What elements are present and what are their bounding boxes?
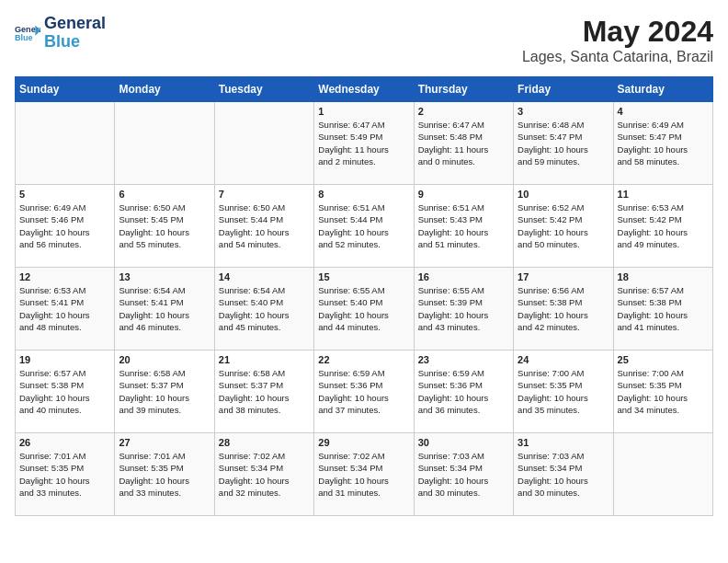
calendar-week-row: 12Sunrise: 6:53 AM Sunset: 5:41 PM Dayli… <box>16 268 713 350</box>
calendar-cell: 28Sunrise: 7:02 AM Sunset: 5:34 PM Dayli… <box>214 433 313 516</box>
day-info: Sunrise: 6:54 AM Sunset: 5:40 PM Dayligh… <box>219 284 310 333</box>
calendar-week-row: 5Sunrise: 6:49 AM Sunset: 5:46 PM Daylig… <box>16 185 713 268</box>
calendar-cell: 8Sunrise: 6:51 AM Sunset: 5:44 PM Daylig… <box>314 185 414 268</box>
weekday-header-row: SundayMondayTuesdayWednesdayThursdayFrid… <box>16 77 713 102</box>
day-number: 2 <box>418 106 509 117</box>
weekday-header-sunday: Sunday <box>16 77 115 102</box>
calendar-cell: 15Sunrise: 6:55 AM Sunset: 5:40 PM Dayli… <box>314 268 414 350</box>
calendar-cell: 20Sunrise: 6:58 AM Sunset: 5:37 PM Dayli… <box>115 350 214 433</box>
day-number: 16 <box>418 271 509 282</box>
logo-icon: General Blue <box>15 20 40 46</box>
day-number: 23 <box>418 354 509 365</box>
day-info: Sunrise: 6:47 AM Sunset: 5:48 PM Dayligh… <box>418 119 509 167</box>
day-number: 20 <box>119 354 210 365</box>
day-number: 31 <box>518 437 609 448</box>
day-number: 28 <box>219 437 310 448</box>
day-info: Sunrise: 6:50 AM Sunset: 5:44 PM Dayligh… <box>219 201 310 250</box>
calendar-table: SundayMondayTuesdayWednesdayThursdayFrid… <box>15 76 713 516</box>
day-info: Sunrise: 6:49 AM Sunset: 5:46 PM Dayligh… <box>19 201 110 250</box>
calendar-cell: 18Sunrise: 6:57 AM Sunset: 5:38 PM Dayli… <box>613 268 712 350</box>
title-block: May 2024 Lages, Santa Catarina, Brazil <box>522 15 713 65</box>
weekday-header-monday: Monday <box>115 77 214 102</box>
calendar-cell: 14Sunrise: 6:54 AM Sunset: 5:40 PM Dayli… <box>214 268 313 350</box>
calendar-cell: 2Sunrise: 6:47 AM Sunset: 5:48 PM Daylig… <box>414 102 513 185</box>
day-info: Sunrise: 6:57 AM Sunset: 5:38 PM Dayligh… <box>19 367 110 416</box>
day-info: Sunrise: 6:51 AM Sunset: 5:44 PM Dayligh… <box>318 201 409 250</box>
calendar-cell: 24Sunrise: 7:00 AM Sunset: 5:35 PM Dayli… <box>514 350 613 433</box>
calendar-cell: 1Sunrise: 6:47 AM Sunset: 5:49 PM Daylig… <box>314 102 414 185</box>
day-number: 7 <box>219 189 310 200</box>
day-number: 27 <box>119 437 210 448</box>
day-number: 1 <box>318 106 409 117</box>
day-info: Sunrise: 6:58 AM Sunset: 5:37 PM Dayligh… <box>119 367 210 416</box>
day-info: Sunrise: 6:59 AM Sunset: 5:36 PM Dayligh… <box>418 367 509 416</box>
calendar-cell: 31Sunrise: 7:03 AM Sunset: 5:34 PM Dayli… <box>514 433 613 516</box>
calendar-cell: 17Sunrise: 6:56 AM Sunset: 5:38 PM Dayli… <box>514 268 613 350</box>
day-info: Sunrise: 6:59 AM Sunset: 5:36 PM Dayligh… <box>318 367 409 416</box>
day-info: Sunrise: 7:03 AM Sunset: 5:34 PM Dayligh… <box>518 450 609 499</box>
day-info: Sunrise: 7:02 AM Sunset: 5:34 PM Dayligh… <box>318 450 409 499</box>
logo: General Blue General Blue <box>15 15 106 52</box>
day-info: Sunrise: 6:57 AM Sunset: 5:38 PM Dayligh… <box>618 284 709 333</box>
day-info: Sunrise: 6:52 AM Sunset: 5:42 PM Dayligh… <box>518 201 609 250</box>
day-number: 11 <box>618 189 709 200</box>
calendar-week-row: 26Sunrise: 7:01 AM Sunset: 5:35 PM Dayli… <box>16 433 713 516</box>
day-info: Sunrise: 6:56 AM Sunset: 5:38 PM Dayligh… <box>518 284 609 333</box>
day-info: Sunrise: 7:00 AM Sunset: 5:35 PM Dayligh… <box>518 367 609 416</box>
calendar-week-row: 1Sunrise: 6:47 AM Sunset: 5:49 PM Daylig… <box>16 102 713 185</box>
calendar-cell: 11Sunrise: 6:53 AM Sunset: 5:42 PM Dayli… <box>613 185 712 268</box>
day-info: Sunrise: 7:01 AM Sunset: 5:35 PM Dayligh… <box>19 450 110 499</box>
day-info: Sunrise: 6:54 AM Sunset: 5:41 PM Dayligh… <box>119 284 210 333</box>
calendar-cell: 12Sunrise: 6:53 AM Sunset: 5:41 PM Dayli… <box>16 268 115 350</box>
calendar-cell: 10Sunrise: 6:52 AM Sunset: 5:42 PM Dayli… <box>514 185 613 268</box>
weekday-header-wednesday: Wednesday <box>314 77 414 102</box>
calendar-cell: 6Sunrise: 6:50 AM Sunset: 5:45 PM Daylig… <box>115 185 214 268</box>
day-number: 30 <box>418 437 509 448</box>
day-number: 10 <box>518 189 609 200</box>
calendar-cell: 7Sunrise: 6:50 AM Sunset: 5:44 PM Daylig… <box>214 185 313 268</box>
day-number: 18 <box>618 271 709 282</box>
day-number: 19 <box>19 354 110 365</box>
day-info: Sunrise: 7:01 AM Sunset: 5:35 PM Dayligh… <box>119 450 210 499</box>
weekday-header-tuesday: Tuesday <box>214 77 313 102</box>
day-number: 26 <box>19 437 110 448</box>
day-number: 22 <box>318 354 409 365</box>
calendar-cell: 3Sunrise: 6:48 AM Sunset: 5:47 PM Daylig… <box>514 102 613 185</box>
page-header: General Blue General Blue May 2024 Lages… <box>15 15 713 65</box>
calendar-title: May 2024 <box>522 15 713 49</box>
day-info: Sunrise: 7:03 AM Sunset: 5:34 PM Dayligh… <box>418 450 509 499</box>
day-info: Sunrise: 6:50 AM Sunset: 5:45 PM Dayligh… <box>119 201 210 250</box>
day-info: Sunrise: 7:02 AM Sunset: 5:34 PM Dayligh… <box>219 450 310 499</box>
day-number: 15 <box>318 271 409 282</box>
calendar-cell: 25Sunrise: 7:00 AM Sunset: 5:35 PM Dayli… <box>613 350 712 433</box>
day-number: 8 <box>318 189 409 200</box>
calendar-cell <box>613 433 712 516</box>
calendar-cell <box>115 102 214 185</box>
weekday-header-saturday: Saturday <box>613 77 712 102</box>
weekday-header-friday: Friday <box>514 77 613 102</box>
calendar-cell: 30Sunrise: 7:03 AM Sunset: 5:34 PM Dayli… <box>414 433 513 516</box>
day-number: 25 <box>618 354 709 365</box>
day-info: Sunrise: 6:47 AM Sunset: 5:49 PM Dayligh… <box>318 119 409 167</box>
calendar-cell: 9Sunrise: 6:51 AM Sunset: 5:43 PM Daylig… <box>414 185 513 268</box>
day-number: 17 <box>518 271 609 282</box>
calendar-cell: 26Sunrise: 7:01 AM Sunset: 5:35 PM Dayli… <box>16 433 115 516</box>
calendar-cell: 5Sunrise: 6:49 AM Sunset: 5:46 PM Daylig… <box>16 185 115 268</box>
day-number: 5 <box>19 189 110 200</box>
calendar-cell: 4Sunrise: 6:49 AM Sunset: 5:47 PM Daylig… <box>613 102 712 185</box>
day-number: 24 <box>518 354 609 365</box>
calendar-cell <box>16 102 115 185</box>
weekday-header-thursday: Thursday <box>414 77 513 102</box>
day-number: 12 <box>19 271 110 282</box>
day-number: 29 <box>318 437 409 448</box>
day-info: Sunrise: 6:58 AM Sunset: 5:37 PM Dayligh… <box>219 367 310 416</box>
calendar-cell: 29Sunrise: 7:02 AM Sunset: 5:34 PM Dayli… <box>314 433 414 516</box>
calendar-cell: 23Sunrise: 6:59 AM Sunset: 5:36 PM Dayli… <box>414 350 513 433</box>
day-info: Sunrise: 6:53 AM Sunset: 5:42 PM Dayligh… <box>618 201 709 250</box>
day-info: Sunrise: 6:53 AM Sunset: 5:41 PM Dayligh… <box>19 284 110 333</box>
day-number: 9 <box>418 189 509 200</box>
calendar-cell <box>214 102 313 185</box>
svg-text:Blue: Blue <box>15 33 33 42</box>
day-number: 13 <box>119 271 210 282</box>
calendar-subtitle: Lages, Santa Catarina, Brazil <box>522 49 713 65</box>
